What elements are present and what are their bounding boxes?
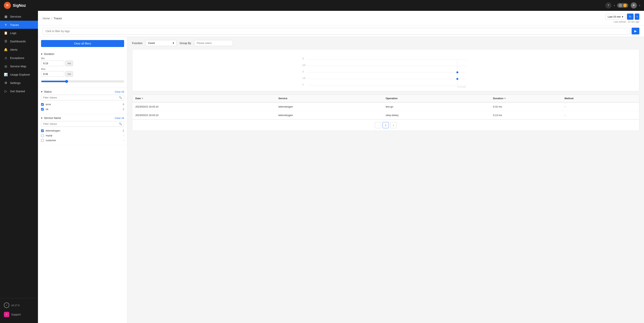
- expand-button[interactable]: ▾: [635, 13, 639, 20]
- toggle-on-dot: [623, 4, 627, 7]
- status-ok-checkbox[interactable]: [41, 108, 44, 111]
- logs-icon: 📋: [4, 31, 8, 35]
- svg-point-12: [456, 71, 458, 73]
- td-date-0: 2023/03/15 19:43:10: [135, 105, 278, 108]
- function-value: Count: [148, 41, 155, 44]
- traces-table: Date ⇅ Service Operation Duration ⇅: [132, 94, 639, 131]
- duration-title: ▾ Duration: [41, 52, 54, 55]
- sidebar-item-alerts[interactable]: 🔔 Alerts: [0, 45, 38, 54]
- header-controls: Last 15 min ▾ ↻ ▾ Last refresh - 22 sec …: [605, 13, 639, 23]
- status-clear-all[interactable]: Clear All: [115, 90, 124, 93]
- th-duration: Duration ⇅: [493, 97, 564, 100]
- status-ok-label: ok: [46, 108, 121, 111]
- get-started-icon: ▷: [4, 89, 8, 93]
- svg-point-13: [456, 78, 458, 80]
- sidebar-item-exceptions[interactable]: ⚠ Exceptions: [0, 54, 38, 62]
- time-selector[interactable]: Last 15 min ▾: [605, 14, 626, 19]
- svg-text:19:43:00: 19:43:00: [457, 86, 466, 87]
- service-mysql-checkbox[interactable]: [41, 134, 44, 137]
- time-dropdown-arrow: ▾: [622, 15, 623, 18]
- chart-area: 1 1.5 2 2.5 3 19:43:00: [132, 49, 639, 91]
- service-mysql-label: mysql: [46, 134, 122, 137]
- th-method: Method: [564, 97, 636, 100]
- svg-text:1.5: 1.5: [302, 77, 305, 79]
- sidebar-item-usage-explorer[interactable]: 📊 Usage Explorer: [0, 70, 38, 79]
- next-page-button[interactable]: ›: [390, 122, 396, 128]
- group-by-input[interactable]: [194, 40, 233, 46]
- status-header[interactable]: ▾ Status Clear All: [41, 90, 124, 93]
- sidebar-label-traces: Traces: [10, 23, 19, 26]
- td-service-1: telemetrygen: [278, 114, 386, 117]
- service-name-clear-all[interactable]: Clear All: [115, 117, 124, 119]
- service-customer-label: customer: [46, 139, 122, 142]
- duration-min-row: Min ms: [41, 57, 124, 66]
- td-operation-1: okey-dokey: [386, 114, 493, 117]
- support-icon: ✦: [4, 312, 9, 317]
- status-search-input[interactable]: [41, 95, 117, 100]
- duration-sort-icon[interactable]: ⇅: [504, 97, 506, 99]
- dashboards-icon: ☰: [4, 39, 8, 43]
- sidebar-item-get-started[interactable]: ▷ Get Started: [0, 87, 38, 95]
- theme-toggle[interactable]: [617, 3, 628, 8]
- sidebar-item-traces[interactable]: ≡ Traces: [0, 21, 38, 29]
- service-telemetrygen-label: telemetrygen: [46, 129, 121, 132]
- breadcrumb: Home / Traces: [42, 17, 62, 20]
- clear-filters-button[interactable]: Clear all filters: [41, 40, 124, 47]
- status-title: ▾ Status: [41, 90, 52, 93]
- date-sort-icon[interactable]: ⇅: [142, 97, 143, 99]
- support-label: Support: [11, 313, 21, 316]
- duration-slider[interactable]: [41, 80, 124, 83]
- td-date-1: 2023/03/15 19:43:10: [135, 114, 278, 117]
- function-select[interactable]: Count ▾: [146, 40, 176, 46]
- breadcrumb-home[interactable]: Home: [42, 17, 50, 20]
- sidebar-item-dashboards[interactable]: ☰ Dashboards: [0, 37, 38, 45]
- service-search-icon[interactable]: 🔍: [117, 121, 124, 126]
- service-customer-checkbox[interactable]: [41, 139, 44, 142]
- status-ok-count: 2: [123, 108, 124, 111]
- time-selector-row: Last 15 min ▾ ↻ ▾: [605, 13, 639, 20]
- svg-text:3: 3: [302, 57, 304, 60]
- svg-text:2: 2: [302, 70, 304, 73]
- sidebar-item-logs[interactable]: 📋 Logs: [0, 29, 38, 37]
- refresh-button[interactable]: ↻: [627, 13, 634, 20]
- tag-filter-input[interactable]: [42, 28, 630, 34]
- status-item-ok: ok 2: [41, 107, 124, 112]
- traces-icon: ≡: [4, 23, 8, 26]
- table-row[interactable]: 2023/03/15 19:43:10 telemetrygen lets-go…: [132, 102, 639, 111]
- duration-header[interactable]: ▾ Duration: [41, 52, 124, 55]
- sidebar-label-services: Services: [10, 15, 21, 18]
- sidebar-label-dashboards: Dashboards: [10, 40, 26, 43]
- page-1-button[interactable]: 1: [382, 122, 389, 128]
- help-button[interactable]: ?: [605, 2, 612, 8]
- prev-page-button[interactable]: ‹: [375, 122, 381, 128]
- status-search-icon[interactable]: 🔍: [117, 95, 124, 100]
- last-refresh-label: Last refresh - 22 sec ago: [614, 20, 639, 23]
- min-duration-input[interactable]: [41, 60, 64, 66]
- max-label: Max: [41, 68, 124, 70]
- th-date: Date ⇅: [135, 97, 278, 100]
- status-error-label: error: [46, 103, 121, 106]
- max-unit: ms: [66, 71, 73, 77]
- service-search-input[interactable]: [41, 121, 117, 126]
- service-telemetrygen-checkbox[interactable]: [41, 129, 44, 132]
- main-layout: ▦ Services ≡ Traces 📋 Logs ☰ Dashboards …: [0, 11, 644, 323]
- avatar-dropdown-arrow[interactable]: ▾: [639, 4, 640, 6]
- td-service-0: telemetrygen: [278, 105, 386, 108]
- sidebar-item-settings[interactable]: ⚙ Settings: [0, 79, 38, 87]
- table-row[interactable]: 2023/03/15 19:43:10 telemetrygen okey-do…: [132, 111, 639, 119]
- service-name-header[interactable]: ▾ Service Name Clear All: [41, 116, 124, 119]
- sidebar-item-services[interactable]: ▦ Services: [0, 12, 38, 21]
- support-row[interactable]: ✦ Support: [0, 310, 38, 319]
- status-item-error: error 0: [41, 102, 124, 107]
- max-duration-input[interactable]: [41, 71, 64, 77]
- help-dropdown-arrow[interactable]: ▾: [614, 4, 615, 6]
- run-button[interactable]: ▶: [632, 28, 639, 34]
- avatar[interactable]: P: [631, 2, 637, 8]
- sidebar-item-service-map[interactable]: ◎ Service Map: [0, 62, 38, 70]
- function-row: Function Count ▾ Group By: [132, 40, 639, 46]
- time-selector-label: Last 15 min: [608, 15, 621, 18]
- td-duration-1: 0.13 ms: [493, 114, 564, 117]
- sidebar-label-alerts: Alerts: [10, 48, 18, 51]
- status-error-checkbox[interactable]: [41, 103, 44, 106]
- service-item-telemetrygen: telemetrygen 2: [41, 128, 124, 133]
